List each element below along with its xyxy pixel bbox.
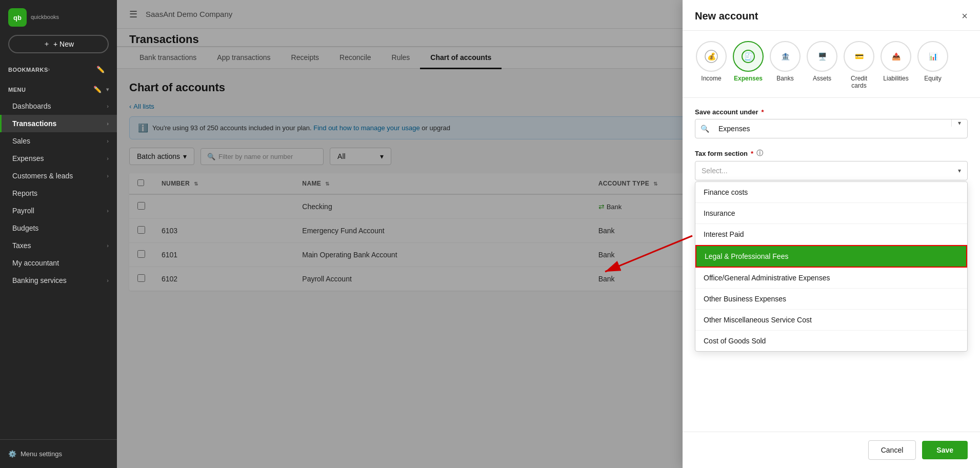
banks-label: Banks [776,75,793,82]
panel-close-button[interactable]: × [962,10,968,22]
account-type-expenses[interactable]: 🧾 Expenses [732,41,765,89]
save-button[interactable]: Save [922,441,968,459]
bookmarks-header[interactable]: BOOKMARKS › ✏️ [0,62,117,77]
account-type-banks[interactable]: 🏦 Banks [769,41,802,89]
save-account-input[interactable] [714,119,951,138]
save-account-label-text: Save account under [695,108,758,116]
bookmarks-label: BOOKMARKS [8,67,48,73]
chevron-right-icon: › [107,120,109,127]
sidebar-item-label: Banking services [12,276,67,284]
sidebar-item-label: Expenses [12,154,44,162]
assets-svg: 🖥️ [815,49,829,64]
tax-form-group: Tax form section * ⓘ Select... ▾ Finance… [695,149,968,352]
sidebar-item-budgets[interactable]: Budgets [0,219,117,237]
sidebar-item-label: Budgets [12,224,38,232]
gear-icon: ⚙️ [8,450,16,458]
panel-body: Save account under * 🔍 ▾ Tax form sectio… [683,98,980,432]
sidebar-item-sales[interactable]: Sales › [0,132,117,150]
sidebar-item-label: Customers & leads [12,172,73,180]
sidebar-item-transactions[interactable]: Transactions › [0,115,117,132]
chevron-right-icon: › [48,67,50,72]
sidebar-item-expenses[interactable]: Expenses › [0,150,117,167]
tax-form-label: Tax form section * ⓘ [695,149,968,158]
account-type-income[interactable]: 💰 Income [695,41,728,89]
sidebar-item-dashboards[interactable]: Dashboards › [0,97,117,115]
account-type-equity[interactable]: 📊 Equity [916,41,949,89]
svg-text:💰: 💰 [707,52,716,61]
account-type-liabilities[interactable]: 📤 Liabilities [879,41,912,89]
svg-text:🖥️: 🖥️ [818,52,827,61]
equity-svg: 📊 [926,49,940,64]
cancel-button[interactable]: Cancel [868,440,916,460]
sidebar-item-label: My accountant [12,259,59,267]
dropdown-option-insurance[interactable]: Insurance [695,203,967,224]
income-svg: 💰 [704,49,718,64]
info-circle-icon[interactable]: ⓘ [756,149,763,158]
tax-form-label-text: Tax form section [695,150,748,157]
menu-edit-icon[interactable]: ✏️ [93,86,102,93]
svg-text:🏦: 🏦 [781,52,790,61]
svg-text:📤: 📤 [892,52,901,61]
dropdown-option-other-misc[interactable]: Other Miscellaneous Service Cost [695,310,967,331]
bookmarks-section: BOOKMARKS › ✏️ [0,59,117,79]
dropdown-option-legal-fees[interactable]: Legal & Professional Fees [695,245,967,268]
save-account-input-wrapper: 🔍 ▾ [695,119,968,138]
sidebar: qb quickbooks ＋ + New BOOKMARKS › ✏️ MEN… [0,0,117,468]
panel-title: New account [695,10,758,22]
chevron-right-icon: › [107,208,109,214]
credit-cards-label: Creditcards [851,75,867,89]
brand-name: quickbooks [31,14,59,21]
expenses-label: Expenses [734,75,763,82]
sidebar-item-banking-services[interactable]: Banking services › [0,272,117,289]
svg-text:🧾: 🧾 [744,52,753,61]
sidebar-item-label: Reports [12,189,37,197]
chevron-right-icon: › [107,277,109,283]
sidebar-item-reports[interactable]: Reports [0,185,117,202]
menu-settings-button[interactable]: ⚙️ Menu settings [8,446,109,462]
banks-icon-circle: 🏦 [770,41,801,72]
sidebar-item-label: Sales [12,137,30,145]
sidebar-item-label: Transactions [12,119,56,128]
sidebar-item-payroll[interactable]: Payroll › [0,202,117,219]
new-account-panel: New account × 💰 Income 🧾 Expenses [683,0,980,468]
tax-form-placeholder: Select... [702,167,728,175]
tax-form-select[interactable]: Select... ▾ [695,161,968,180]
sidebar-item-taxes[interactable]: Taxes › [0,237,117,254]
sidebar-item-customers-leads[interactable]: Customers & leads › [0,167,117,185]
required-marker: * [751,150,753,157]
assets-icon-circle: 🖥️ [807,41,837,72]
dropdown-option-office-admin[interactable]: Office/General Administrative Expenses [695,268,967,289]
menu-chevron-icon: ▾ [106,87,109,92]
liabilities-label: Liabilities [883,75,908,82]
svg-text:qb: qb [13,14,22,22]
account-types-row: 💰 Income 🧾 Expenses 🏦 Banks [683,31,980,98]
chevron-right-icon: › [107,103,109,109]
credit-cards-icon-circle: 💳 [844,41,874,72]
menu-section: MENU ✏️ ▾ Dashboards › Transactions › Sa… [0,79,117,291]
assets-label: Assets [813,75,831,82]
sidebar-logo: qb quickbooks [0,0,117,33]
menu-settings-label: Menu settings [21,450,62,458]
account-type-credit-cards[interactable]: 💳 Creditcards [843,41,875,89]
liabilities-icon-circle: 📤 [881,41,911,72]
save-account-dropdown-arrow[interactable]: ▾ [951,119,967,127]
select-dropdown-icon: ▾ [958,167,961,174]
chevron-right-icon: › [107,155,109,161]
required-marker: * [762,108,764,116]
quickbooks-logo: qb [8,8,27,27]
dropdown-option-interest-paid[interactable]: Interest Paid [695,224,967,245]
new-button[interactable]: ＋ + New [8,35,109,53]
menu-label: MENU [8,87,26,93]
sidebar-item-my-accountant[interactable]: My accountant [0,254,117,272]
equity-label: Equity [924,75,941,82]
account-type-assets[interactable]: 🖥️ Assets [806,41,838,89]
chevron-right-icon: › [107,173,109,179]
edit-icon[interactable]: ✏️ [96,66,105,73]
dropdown-option-finance-costs[interactable]: Finance costs [695,182,967,203]
sidebar-bottom: ⚙️ Menu settings [0,439,117,468]
plus-icon: ＋ [43,39,50,49]
dropdown-option-other-business[interactable]: Other Business Expenses [695,289,967,310]
menu-header[interactable]: MENU ✏️ ▾ [0,82,117,97]
dropdown-option-cogs[interactable]: Cost of Goods Sold [695,331,967,351]
sidebar-item-label: Dashboards [12,102,51,110]
